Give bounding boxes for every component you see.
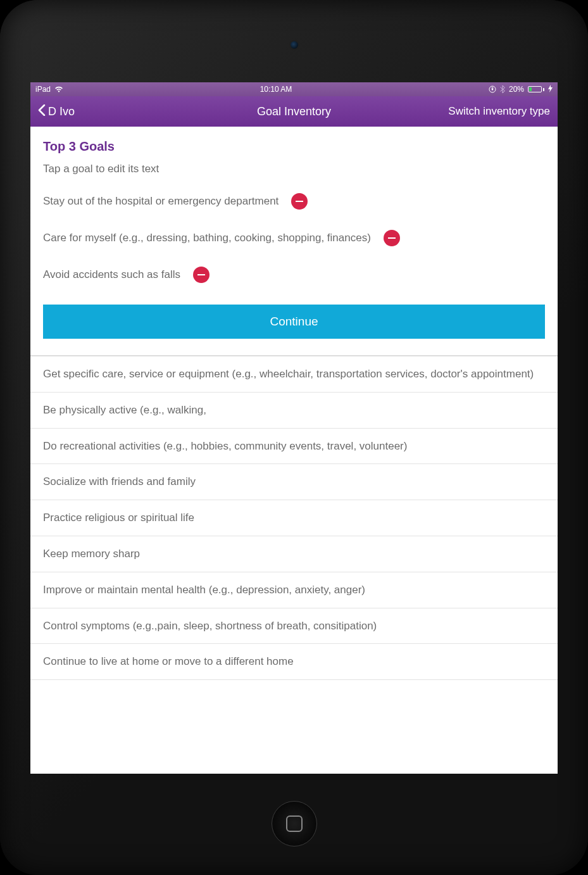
remove-goal-button[interactable]	[384, 230, 400, 246]
status-right: 20%	[489, 85, 553, 94]
top-goals-section: Top 3 Goals Tap a goal to edit its text …	[30, 127, 558, 298]
goal-list-item[interactable]: Practice religious or spiritual life	[30, 500, 558, 536]
svg-rect-1	[492, 89, 493, 91]
page-title: Goal Inventory	[257, 105, 331, 118]
top-goals-subtitle: Tap a goal to edit its text	[43, 163, 545, 175]
goal-list-item[interactable]: Do recreational activities (e.g., hobbie…	[30, 429, 558, 465]
goal-list-item[interactable]: Improve or maintain mental health (e.g.,…	[30, 572, 558, 608]
home-icon	[286, 815, 303, 832]
back-label: D Ivo	[48, 105, 75, 118]
home-button[interactable]	[272, 801, 317, 847]
goal-list-item[interactable]: Socialize with friends and family	[30, 464, 558, 500]
content-area: Top 3 Goals Tap a goal to edit its text …	[30, 127, 558, 680]
minus-icon	[388, 237, 396, 239]
continue-button[interactable]: Continue	[43, 305, 545, 339]
battery-icon	[528, 86, 544, 92]
top-goal-text: Stay out of the hospital or emergency de…	[43, 195, 278, 208]
minus-icon	[296, 201, 303, 202]
charging-icon	[548, 85, 553, 94]
top-goal-row[interactable]: Stay out of the hospital or emergency de…	[43, 183, 545, 220]
bluetooth-icon	[500, 85, 505, 93]
switch-inventory-type-button[interactable]: Switch inventory type	[448, 105, 550, 118]
battery-percent: 20%	[509, 85, 524, 94]
front-camera	[289, 40, 299, 50]
top-goal-row[interactable]: Avoid accidents such as falls	[43, 256, 545, 293]
device-label: iPad	[35, 85, 51, 94]
top-goal-text: Avoid accidents such as falls	[43, 268, 180, 281]
wifi-icon	[54, 86, 63, 92]
goal-list-item[interactable]: Control symptoms (e.g.,pain, sleep, shor…	[30, 608, 558, 645]
goal-list-item[interactable]: Keep memory sharp	[30, 536, 558, 572]
available-goals-list: Get specific care, service or equipment …	[30, 356, 558, 680]
chevron-left-icon	[38, 104, 46, 119]
orientation-lock-icon	[489, 85, 496, 93]
status-left: iPad	[35, 85, 63, 94]
status-time: 10:10 AM	[260, 85, 292, 94]
minus-icon	[197, 274, 205, 275]
goal-list-item[interactable]: Get specific care, service or equipment …	[30, 356, 558, 393]
top-goal-text: Care for myself (e.g., dressing, bathing…	[43, 232, 371, 244]
top-goal-row[interactable]: Care for myself (e.g., dressing, bathing…	[43, 220, 545, 256]
goal-list-item[interactable]: Be physically active (e.g., walking,	[30, 393, 558, 429]
status-bar: iPad 10:10 AM 20%	[30, 82, 558, 96]
back-button[interactable]: D Ivo	[38, 104, 75, 119]
remove-goal-button[interactable]	[291, 193, 308, 210]
goal-list-item[interactable]: Continue to live at home or move to a di…	[30, 644, 558, 680]
navigation-bar: D Ivo Goal Inventory Switch inventory ty…	[30, 96, 558, 127]
screen: iPad 10:10 AM 20%	[30, 82, 558, 774]
tablet-device-frame: iPad 10:10 AM 20%	[0, 0, 588, 875]
remove-goal-button[interactable]	[193, 267, 210, 283]
top-goals-title: Top 3 Goals	[43, 139, 545, 154]
